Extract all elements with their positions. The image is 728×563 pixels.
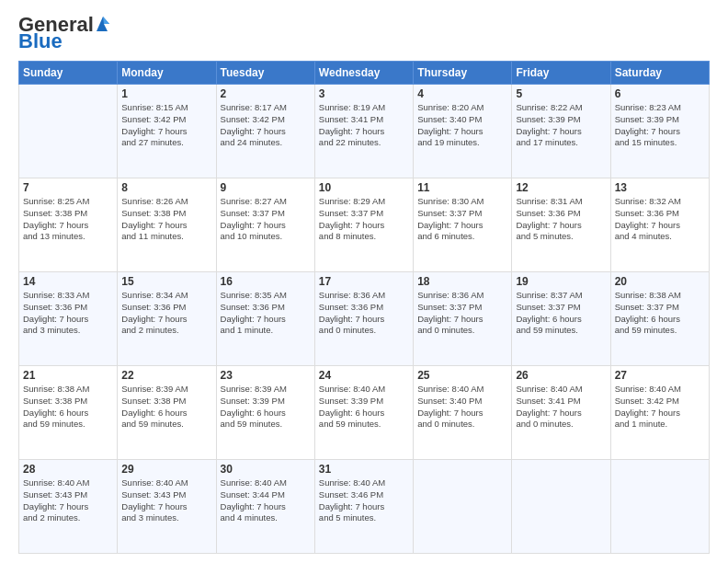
header: General Blue <box>18 15 710 52</box>
cell-info: Sunrise: 8:35 AM Sunset: 3:36 PM Dayligh… <box>221 290 311 337</box>
day-number: 7 <box>23 181 113 194</box>
cell-info: Sunrise: 8:33 AM Sunset: 3:36 PM Dayligh… <box>23 290 113 337</box>
calendar-cell: 18Sunrise: 8:36 AM Sunset: 3:37 PM Dayli… <box>414 272 512 366</box>
cell-info: Sunrise: 8:40 AM Sunset: 3:43 PM Dayligh… <box>121 477 211 524</box>
calendar-cell: 27Sunrise: 8:40 AM Sunset: 3:42 PM Dayli… <box>610 366 709 460</box>
calendar-cell: 2Sunrise: 8:17 AM Sunset: 3:42 PM Daylig… <box>216 85 314 178</box>
logo: General Blue <box>18 15 111 52</box>
day-number: 27 <box>615 369 705 382</box>
calendar-cell: 13Sunrise: 8:32 AM Sunset: 3:36 PM Dayli… <box>610 178 709 272</box>
calendar-cell: 9Sunrise: 8:27 AM Sunset: 3:37 PM Daylig… <box>216 178 314 272</box>
day-number: 17 <box>319 275 409 288</box>
cell-info: Sunrise: 8:38 AM Sunset: 3:37 PM Dayligh… <box>615 290 705 337</box>
calendar-header-monday: Monday <box>118 62 216 85</box>
day-number: 21 <box>23 369 113 382</box>
day-number: 26 <box>516 369 606 382</box>
calendar-cell: 19Sunrise: 8:37 AM Sunset: 3:37 PM Dayli… <box>512 272 610 366</box>
cell-info: Sunrise: 8:26 AM Sunset: 3:38 PM Dayligh… <box>121 196 211 243</box>
cell-info: Sunrise: 8:31 AM Sunset: 3:36 PM Dayligh… <box>516 196 606 243</box>
logo-bird-icon <box>95 15 111 33</box>
cell-info: Sunrise: 8:27 AM Sunset: 3:37 PM Dayligh… <box>221 196 311 243</box>
calendar-cell: 20Sunrise: 8:38 AM Sunset: 3:37 PM Dayli… <box>610 272 709 366</box>
day-number: 6 <box>615 87 705 100</box>
calendar-cell <box>610 460 709 554</box>
calendar-cell: 5Sunrise: 8:22 AM Sunset: 3:39 PM Daylig… <box>512 85 610 178</box>
calendar-week-row: 7Sunrise: 8:25 AM Sunset: 3:38 PM Daylig… <box>19 178 710 272</box>
cell-info: Sunrise: 8:34 AM Sunset: 3:36 PM Dayligh… <box>121 290 211 337</box>
calendar-table: SundayMondayTuesdayWednesdayThursdayFrid… <box>18 61 710 554</box>
calendar-header-thursday: Thursday <box>414 62 512 85</box>
calendar-cell: 17Sunrise: 8:36 AM Sunset: 3:36 PM Dayli… <box>314 272 413 366</box>
day-number: 2 <box>221 87 311 100</box>
day-number: 14 <box>23 275 113 288</box>
day-number: 3 <box>319 87 409 100</box>
calendar-week-row: 14Sunrise: 8:33 AM Sunset: 3:36 PM Dayli… <box>19 272 710 366</box>
cell-info: Sunrise: 8:40 AM Sunset: 3:42 PM Dayligh… <box>615 384 705 431</box>
day-number: 20 <box>615 275 705 288</box>
calendar-cell: 7Sunrise: 8:25 AM Sunset: 3:38 PM Daylig… <box>19 178 118 272</box>
calendar-cell: 8Sunrise: 8:26 AM Sunset: 3:38 PM Daylig… <box>118 178 216 272</box>
calendar-cell: 30Sunrise: 8:40 AM Sunset: 3:44 PM Dayli… <box>216 460 314 554</box>
calendar-header-tuesday: Tuesday <box>216 62 314 85</box>
cell-info: Sunrise: 8:40 AM Sunset: 3:40 PM Dayligh… <box>417 384 507 431</box>
cell-info: Sunrise: 8:30 AM Sunset: 3:37 PM Dayligh… <box>417 196 507 243</box>
day-number: 29 <box>121 463 211 476</box>
cell-info: Sunrise: 8:23 AM Sunset: 3:39 PM Dayligh… <box>615 102 705 149</box>
calendar-cell: 23Sunrise: 8:39 AM Sunset: 3:39 PM Dayli… <box>216 366 314 460</box>
calendar-cell: 11Sunrise: 8:30 AM Sunset: 3:37 PM Dayli… <box>414 178 512 272</box>
day-number: 10 <box>319 181 409 194</box>
calendar-cell: 26Sunrise: 8:40 AM Sunset: 3:41 PM Dayli… <box>512 366 610 460</box>
calendar-cell: 22Sunrise: 8:39 AM Sunset: 3:38 PM Dayli… <box>118 366 216 460</box>
calendar-cell <box>19 85 118 178</box>
calendar-cell: 4Sunrise: 8:20 AM Sunset: 3:40 PM Daylig… <box>414 85 512 178</box>
day-number: 9 <box>221 181 311 194</box>
calendar-cell: 24Sunrise: 8:40 AM Sunset: 3:39 PM Dayli… <box>314 366 413 460</box>
day-number: 28 <box>23 463 113 476</box>
calendar-week-row: 28Sunrise: 8:40 AM Sunset: 3:43 PM Dayli… <box>19 460 710 554</box>
calendar-cell: 14Sunrise: 8:33 AM Sunset: 3:36 PM Dayli… <box>19 272 118 366</box>
calendar-cell: 12Sunrise: 8:31 AM Sunset: 3:36 PM Dayli… <box>512 178 610 272</box>
day-number: 4 <box>417 87 507 100</box>
cell-info: Sunrise: 8:40 AM Sunset: 3:46 PM Dayligh… <box>319 477 409 524</box>
cell-info: Sunrise: 8:40 AM Sunset: 3:44 PM Dayligh… <box>221 477 311 524</box>
day-number: 1 <box>121 87 211 100</box>
calendar-week-row: 1Sunrise: 8:15 AM Sunset: 3:42 PM Daylig… <box>19 85 710 178</box>
cell-info: Sunrise: 8:37 AM Sunset: 3:37 PM Dayligh… <box>516 290 606 337</box>
calendar-cell: 31Sunrise: 8:40 AM Sunset: 3:46 PM Dayli… <box>314 460 413 554</box>
cell-info: Sunrise: 8:36 AM Sunset: 3:36 PM Dayligh… <box>319 290 409 337</box>
day-number: 11 <box>417 181 507 194</box>
calendar-header-friday: Friday <box>512 62 610 85</box>
calendar-cell: 10Sunrise: 8:29 AM Sunset: 3:37 PM Dayli… <box>314 178 413 272</box>
calendar-cell <box>414 460 512 554</box>
cell-info: Sunrise: 8:25 AM Sunset: 3:38 PM Dayligh… <box>23 196 113 243</box>
day-number: 24 <box>319 369 409 382</box>
calendar-week-row: 21Sunrise: 8:38 AM Sunset: 3:38 PM Dayli… <box>19 366 710 460</box>
cell-info: Sunrise: 8:32 AM Sunset: 3:36 PM Dayligh… <box>615 196 705 243</box>
calendar-cell: 6Sunrise: 8:23 AM Sunset: 3:39 PM Daylig… <box>610 85 709 178</box>
calendar-cell: 15Sunrise: 8:34 AM Sunset: 3:36 PM Dayli… <box>118 272 216 366</box>
day-number: 16 <box>221 275 311 288</box>
cell-info: Sunrise: 8:15 AM Sunset: 3:42 PM Dayligh… <box>121 102 211 149</box>
day-number: 30 <box>221 463 311 476</box>
day-number: 15 <box>121 275 211 288</box>
calendar-cell: 21Sunrise: 8:38 AM Sunset: 3:38 PM Dayli… <box>19 366 118 460</box>
day-number: 19 <box>516 275 606 288</box>
cell-info: Sunrise: 8:38 AM Sunset: 3:38 PM Dayligh… <box>23 384 113 431</box>
day-number: 23 <box>221 369 311 382</box>
page: General Blue SundayMondayTuesdayWednesda… <box>0 0 728 563</box>
day-number: 13 <box>615 181 705 194</box>
calendar-header-saturday: Saturday <box>610 62 709 85</box>
cell-info: Sunrise: 8:20 AM Sunset: 3:40 PM Dayligh… <box>417 102 507 149</box>
calendar-cell: 3Sunrise: 8:19 AM Sunset: 3:41 PM Daylig… <box>314 85 413 178</box>
calendar-cell <box>512 460 610 554</box>
calendar-header-row: SundayMondayTuesdayWednesdayThursdayFrid… <box>19 62 710 85</box>
cell-info: Sunrise: 8:39 AM Sunset: 3:38 PM Dayligh… <box>121 384 211 431</box>
calendar-cell: 1Sunrise: 8:15 AM Sunset: 3:42 PM Daylig… <box>118 85 216 178</box>
cell-info: Sunrise: 8:17 AM Sunset: 3:42 PM Dayligh… <box>221 102 311 149</box>
calendar-cell: 16Sunrise: 8:35 AM Sunset: 3:36 PM Dayli… <box>216 272 314 366</box>
cell-info: Sunrise: 8:39 AM Sunset: 3:39 PM Dayligh… <box>221 384 311 431</box>
calendar-cell: 29Sunrise: 8:40 AM Sunset: 3:43 PM Dayli… <box>118 460 216 554</box>
day-number: 5 <box>516 87 606 100</box>
calendar-cell: 28Sunrise: 8:40 AM Sunset: 3:43 PM Dayli… <box>19 460 118 554</box>
cell-info: Sunrise: 8:19 AM Sunset: 3:41 PM Dayligh… <box>319 102 409 149</box>
